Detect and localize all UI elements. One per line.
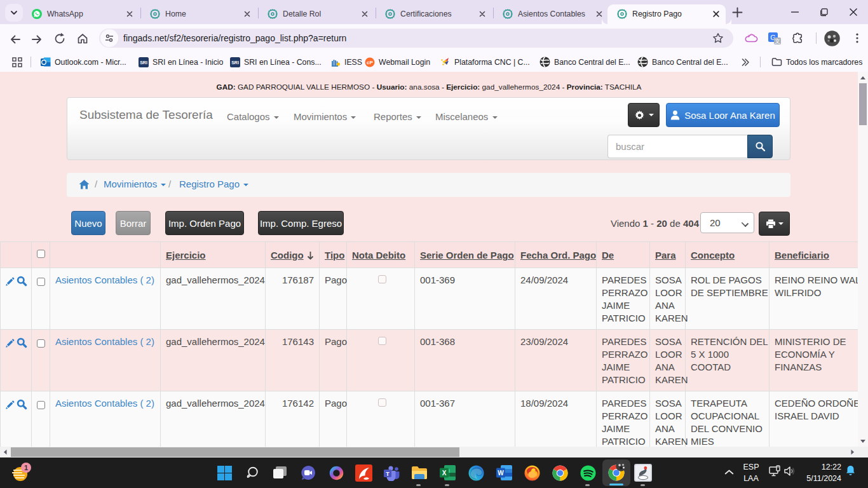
- svg-text:cP: cP: [367, 60, 373, 65]
- svg-text:1: 1: [24, 464, 28, 471]
- svg-text:X: X: [442, 470, 446, 477]
- svg-text:SRI: SRI: [231, 60, 239, 65]
- svg-text:W: W: [498, 470, 504, 477]
- svg-text:SRI: SRI: [140, 60, 147, 65]
- svg-text:T: T: [386, 470, 390, 477]
- svg-text:文: 文: [775, 38, 780, 44]
